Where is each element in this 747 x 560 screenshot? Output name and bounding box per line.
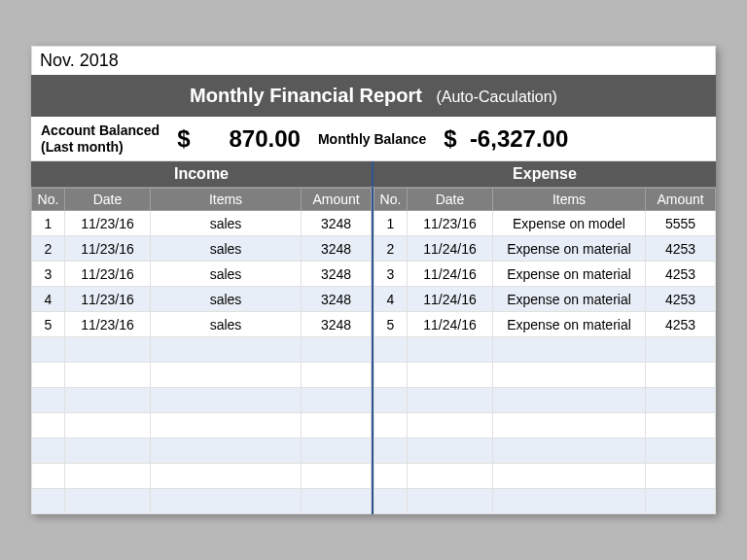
cell-items[interactable] xyxy=(151,464,302,489)
cell-date[interactable]: 11/23/16 xyxy=(65,211,151,236)
cell-items[interactable] xyxy=(493,388,646,413)
cell-amount[interactable] xyxy=(646,489,716,514)
cell-no[interactable]: 5 xyxy=(374,312,408,337)
cell-amount[interactable]: 3248 xyxy=(302,211,372,236)
cell-no[interactable]: 2 xyxy=(32,236,65,262)
cell-date[interactable] xyxy=(65,388,151,413)
cell-items[interactable] xyxy=(493,489,646,514)
cell-items[interactable] xyxy=(151,388,302,413)
cell-amount[interactable] xyxy=(646,464,716,489)
cell-date[interactable]: 11/24/16 xyxy=(408,287,493,312)
table-row[interactable]: 111/23/16Expense on model5555 xyxy=(374,211,716,236)
cell-no[interactable] xyxy=(374,464,408,489)
cell-amount[interactable] xyxy=(302,464,372,489)
cell-amount[interactable] xyxy=(646,388,716,413)
cell-date[interactable] xyxy=(408,438,493,464)
cell-date[interactable] xyxy=(408,388,493,413)
table-row[interactable]: 211/23/16sales3248 xyxy=(32,236,372,262)
table-row[interactable]: 111/23/16sales3248 xyxy=(32,211,372,236)
cell-date[interactable]: 11/23/16 xyxy=(65,312,151,337)
cell-no[interactable] xyxy=(32,464,65,489)
cell-no[interactable] xyxy=(32,413,65,438)
cell-amount[interactable]: 4253 xyxy=(646,236,716,262)
cell-date[interactable]: 11/24/16 xyxy=(408,262,493,287)
cell-amount[interactable] xyxy=(302,337,372,363)
cell-amount[interactable] xyxy=(302,438,372,464)
cell-amount[interactable]: 3248 xyxy=(302,287,372,312)
cell-date[interactable] xyxy=(65,489,151,514)
cell-no[interactable] xyxy=(374,388,408,413)
cell-items[interactable] xyxy=(493,363,646,388)
cell-no[interactable]: 5 xyxy=(32,312,65,337)
cell-items[interactable] xyxy=(151,489,302,514)
cell-items[interactable] xyxy=(151,337,302,363)
cell-items[interactable]: sales xyxy=(151,287,302,312)
cell-no[interactable] xyxy=(32,388,65,413)
table-row[interactable]: 511/23/16sales3248 xyxy=(32,312,372,337)
cell-no[interactable]: 4 xyxy=(374,287,408,312)
cell-amount[interactable] xyxy=(646,413,716,438)
cell-amount[interactable] xyxy=(302,363,372,388)
cell-amount[interactable]: 4253 xyxy=(646,312,716,337)
cell-date[interactable]: 11/24/16 xyxy=(408,236,493,262)
cell-date[interactable]: 11/23/16 xyxy=(65,287,151,312)
cell-date[interactable] xyxy=(65,337,151,363)
cell-items[interactable] xyxy=(493,438,646,464)
cell-date[interactable] xyxy=(408,337,493,363)
cell-items[interactable]: sales xyxy=(151,211,302,236)
cell-amount[interactable] xyxy=(646,337,716,363)
table-row[interactable]: 511/24/16Expense on material4253 xyxy=(374,312,716,337)
cell-no[interactable]: 3 xyxy=(374,262,408,287)
cell-amount[interactable] xyxy=(646,438,716,464)
table-row[interactable]: 411/23/16sales3248 xyxy=(32,287,372,312)
cell-date[interactable]: 11/23/16 xyxy=(65,262,151,287)
table-row[interactable] xyxy=(374,337,716,363)
cell-items[interactable]: Expense on material xyxy=(493,236,646,262)
cell-date[interactable] xyxy=(408,464,493,489)
cell-items[interactable] xyxy=(151,413,302,438)
table-row[interactable] xyxy=(374,363,716,388)
cell-amount[interactable]: 5555 xyxy=(646,211,716,236)
table-row[interactable] xyxy=(32,413,372,438)
cell-date[interactable] xyxy=(408,413,493,438)
cell-amount[interactable]: 3248 xyxy=(302,262,372,287)
cell-items[interactable]: Expense on material xyxy=(493,262,646,287)
table-row[interactable] xyxy=(374,413,716,438)
cell-items[interactable] xyxy=(151,363,302,388)
cell-items[interactable] xyxy=(493,413,646,438)
cell-amount[interactable] xyxy=(646,363,716,388)
cell-items[interactable] xyxy=(493,337,646,363)
cell-items[interactable]: sales xyxy=(151,236,302,262)
cell-date[interactable] xyxy=(65,464,151,489)
cell-items[interactable]: Expense on material xyxy=(493,312,646,337)
cell-no[interactable] xyxy=(374,337,408,363)
cell-no[interactable]: 1 xyxy=(374,211,408,236)
cell-date[interactable] xyxy=(408,489,493,514)
cell-items[interactable]: Expense on model xyxy=(493,211,646,236)
table-row[interactable] xyxy=(32,464,372,489)
cell-no[interactable] xyxy=(32,438,65,464)
cell-no[interactable] xyxy=(374,413,408,438)
cell-amount[interactable]: 3248 xyxy=(302,236,372,262)
cell-no[interactable] xyxy=(32,489,65,514)
cell-amount[interactable]: 3248 xyxy=(302,312,372,337)
table-row[interactable] xyxy=(374,388,716,413)
cell-no[interactable] xyxy=(32,363,65,388)
table-row[interactable] xyxy=(374,464,716,489)
cell-items[interactable]: Expense on material xyxy=(493,287,646,312)
cell-amount[interactable] xyxy=(302,388,372,413)
cell-date[interactable] xyxy=(65,413,151,438)
cell-date[interactable] xyxy=(65,438,151,464)
table-row[interactable]: 411/24/16Expense on material4253 xyxy=(374,287,716,312)
cell-amount[interactable] xyxy=(302,489,372,514)
cell-no[interactable]: 2 xyxy=(374,236,408,262)
cell-date[interactable] xyxy=(65,363,151,388)
cell-date[interactable] xyxy=(408,363,493,388)
cell-no[interactable]: 3 xyxy=(32,262,65,287)
cell-amount[interactable]: 4253 xyxy=(646,262,716,287)
cell-date[interactable]: 11/23/16 xyxy=(408,211,493,236)
cell-no[interactable]: 1 xyxy=(32,211,65,236)
cell-date[interactable]: 11/23/16 xyxy=(65,236,151,262)
cell-date[interactable]: 11/24/16 xyxy=(408,312,493,337)
cell-items[interactable]: sales xyxy=(151,312,302,337)
